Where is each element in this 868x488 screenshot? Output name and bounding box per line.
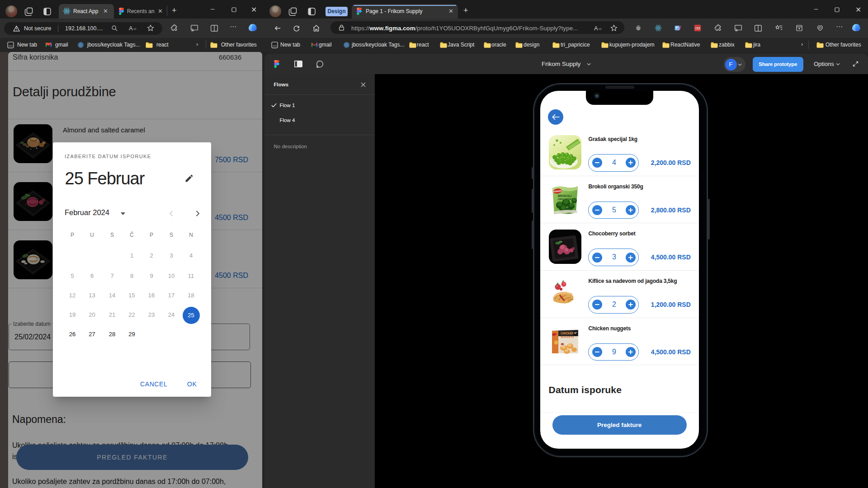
svg-text:CHICKEN: CHICKEN [561, 332, 574, 335]
svg-text:BROKOLI: BROKOLI [558, 194, 571, 197]
svg-text:153: 153 [695, 27, 700, 30]
svg-text:NUGGETS: NUGGETS [561, 336, 574, 338]
